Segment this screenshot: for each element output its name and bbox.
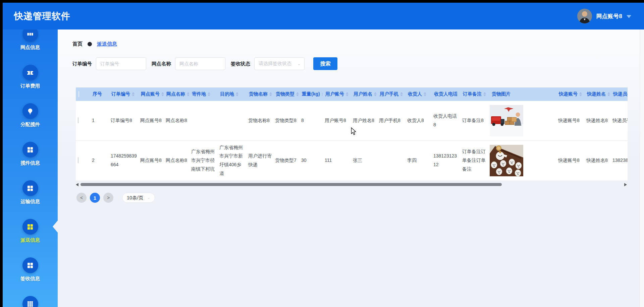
- cell-3: 网点账号8: [138, 140, 164, 181]
- column-label: 快递账号: [559, 91, 578, 97]
- sidebar-item-派送信息[interactable]: 派送信息: [3, 219, 58, 243]
- cell-14: 13812312312: [431, 140, 460, 181]
- select-all-checkbox[interactable]: [78, 91, 79, 97]
- order-no-input[interactable]: [96, 57, 146, 70]
- sidebar-item-揽件信息[interactable]: 揽件信息: [3, 142, 58, 166]
- sort-icon: [579, 92, 582, 96]
- column-header-12[interactable]: 用户手机: [377, 87, 405, 101]
- current-page-button[interactable]: 1: [90, 193, 100, 203]
- cell-10: 用户账号8: [323, 101, 351, 140]
- cell-6: 广东省梅州市兴宁市新圩镇406乡道: [217, 140, 246, 181]
- sidebar-item-partial-7[interactable]: [3, 296, 58, 307]
- row-checkbox[interactable]: [78, 117, 78, 123]
- sidebar-item-网点信息[interactable]: 网点信息: [3, 29, 58, 51]
- column-label: 用户账号: [325, 91, 344, 97]
- sidebar-item-订单费用[interactable]: 订单费用: [3, 65, 58, 89]
- row-select-cell: [76, 140, 90, 181]
- cell-8: 货物类型7: [273, 140, 299, 181]
- next-page-button[interactable]: >: [103, 193, 113, 203]
- chevron-down-icon: [627, 15, 631, 18]
- column-header-3[interactable]: 网点账号: [138, 87, 164, 101]
- column-header-18[interactable]: 快递姓名: [584, 87, 610, 101]
- column-header-6[interactable]: 目的地: [217, 87, 246, 101]
- vertical-scrollbar-track[interactable]: [640, 29, 644, 307]
- tea-set-photo: [490, 145, 523, 176]
- cell-18: 快递姓名8: [584, 101, 610, 140]
- column-label: 订单备注: [463, 91, 482, 97]
- cell-7: 货物名称8: [246, 101, 273, 140]
- column-header-1: 序号: [90, 87, 109, 101]
- page-size-select[interactable]: 10条/页 ⌄: [122, 193, 155, 203]
- sort-icon: [607, 92, 610, 96]
- column-header-7[interactable]: 货物名称: [246, 87, 273, 101]
- sort-icon: [322, 92, 323, 96]
- menu-bars-icon: [22, 29, 38, 42]
- column-header-11[interactable]: 用户姓名: [351, 87, 377, 101]
- site-name-label: 网点名称: [152, 61, 171, 67]
- cell-11: 用户姓名8: [351, 101, 377, 140]
- column-header-14: 收货人电话: [431, 87, 460, 101]
- sort-icon: [187, 92, 189, 96]
- breadcrumb-current[interactable]: 派送信息: [97, 41, 117, 47]
- sidebar-item-label: 网点信息: [20, 44, 40, 51]
- column-label: 货物名称: [249, 91, 268, 97]
- prev-page-button[interactable]: <: [76, 193, 87, 203]
- cell-2: 1748259839664: [109, 140, 138, 181]
- breadcrumb-home[interactable]: 首页: [72, 41, 83, 47]
- cell-5: [189, 101, 217, 140]
- row-select-cell: [76, 101, 90, 140]
- column-label: 网点账号: [141, 91, 160, 97]
- sidebar-item-运输信息[interactable]: 运输信息: [3, 180, 58, 205]
- sign-status-select[interactable]: 请选择签收状态 ⌄: [254, 57, 305, 70]
- data-table-viewport: 序号订单编号网点账号网点名称寄件地目的地货物名称货物类型重量(kg)用户账号用户…: [76, 87, 628, 181]
- sort-icon: [236, 92, 238, 96]
- column-header-13[interactable]: 收货人: [405, 87, 431, 101]
- sidebar-item-label: 订单费用: [20, 83, 40, 89]
- column-label: 快递姓名: [587, 91, 606, 97]
- cell-10: 111: [323, 140, 351, 181]
- scroll-right-arrow-icon[interactable]: [624, 183, 627, 186]
- cell-4: 网点名称8: [164, 101, 189, 140]
- order-no-label: 订单编号: [72, 61, 92, 67]
- main-area: 网点信息订单费用分配揽件揽件信息运输信息派送信息签收信息 首页 派送信息 订单编…: [3, 29, 644, 307]
- site-name-input[interactable]: [175, 57, 225, 70]
- row-checkbox[interactable]: [78, 157, 78, 163]
- column-header-15[interactable]: 订单备注: [460, 87, 489, 101]
- column-header-9[interactable]: 重量(kg): [299, 87, 323, 101]
- cell-12: [377, 140, 405, 181]
- column-header-2[interactable]: 订单编号: [109, 87, 138, 101]
- horizontal-scrollbar-thumb[interactable]: [80, 183, 502, 186]
- search-button[interactable]: 搜索: [313, 57, 337, 70]
- sort-icon: [161, 92, 164, 96]
- content-area: 首页 派送信息 订单编号 网点名称 签收状态 请选择签收状态 ⌄ 搜索: [58, 29, 644, 307]
- scroll-left-arrow-icon[interactable]: [76, 183, 78, 186]
- column-header-4[interactable]: 网点名称: [164, 87, 189, 101]
- cell-19: 快递员手机8: [610, 101, 628, 140]
- avatar[interactable]: [577, 9, 592, 23]
- cell-13: 李四: [405, 140, 431, 181]
- sidebar-item-分配揽件[interactable]: 分配揽件: [3, 103, 58, 128]
- top-header-bar: 快递管理软件 网点账号8: [3, 3, 644, 29]
- user-menu[interactable]: 网点账号8: [577, 9, 631, 23]
- user-name: 网点账号8: [596, 12, 622, 20]
- column-header-5[interactable]: 寄件地: [189, 87, 217, 101]
- cell-19: 1382388888: [610, 140, 628, 181]
- sidebar-nav: 网点信息订单费用分配揽件揽件信息运输信息派送信息签收信息: [3, 29, 58, 307]
- app-title: 快递管理软件: [14, 10, 70, 22]
- table-row: 21748259839664网点账号8网点名称8广东省梅州市兴宁市径南镇下村坑广…: [76, 140, 628, 181]
- sidebar-item-label: 签收信息: [20, 275, 40, 282]
- column-header-17[interactable]: 快递账号: [556, 87, 584, 101]
- sign-status-placeholder: 请选择签收状态: [259, 61, 291, 67]
- filter-bar: 订单编号 网点名称 签收状态 请选择签收状态 ⌄ 搜索: [72, 57, 644, 70]
- sidebar-item-签收信息[interactable]: 签收信息: [3, 257, 58, 282]
- column-label: 收货人电话: [434, 91, 458, 97]
- cell-7: 用户进行寄快递: [246, 140, 273, 181]
- cell-15: 订单备注订单备注订单备注: [460, 140, 489, 181]
- delivery-table: 序号订单编号网点账号网点名称寄件地目的地货物名称货物类型重量(kg)用户账号用户…: [76, 87, 628, 181]
- sidebar-item-label: 派送信息: [20, 237, 40, 243]
- column-label: 快递员手机: [613, 91, 628, 97]
- column-header-16: 货物图片: [489, 87, 556, 101]
- column-header-10[interactable]: 用户账号: [323, 87, 351, 101]
- column-header-8[interactable]: 货物类型: [273, 87, 299, 101]
- sort-icon: [296, 92, 299, 96]
